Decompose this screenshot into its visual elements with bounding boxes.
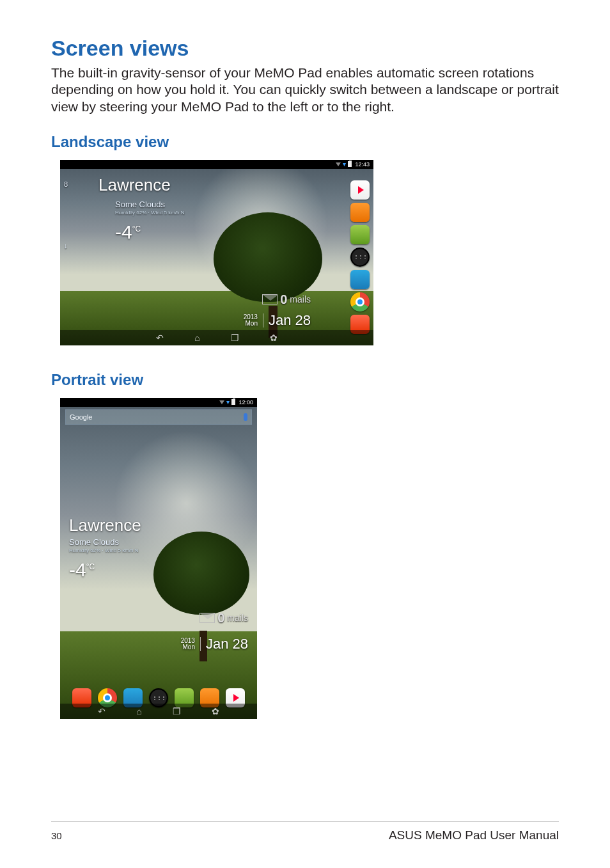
battery-icon [348, 161, 352, 167]
page-indicator-bottom: ↓ [64, 242, 68, 249]
date-monthday: Jan 28 [269, 312, 311, 329]
tablet-portrait: ▾ 12:00 Google Lawrence Some Clouds Humi… [60, 398, 257, 719]
tablet-landscape: ▾ 12:43 8 ↓ Lawrence Some Clouds Humidit… [60, 160, 373, 345]
date-widget[interactable]: 2013 Mon Jan 28 [181, 636, 248, 652]
status-time: 12:00 [239, 399, 253, 406]
sd-icon [219, 400, 224, 404]
quick-launch-column [349, 180, 371, 334]
mail-icon [199, 613, 215, 623]
page-footer: 30 ASUS MeMO Pad User Manual [51, 821, 559, 842]
page-indicator: 8 ↓ [64, 180, 68, 249]
mail-icon [262, 294, 278, 304]
wallpaper-tree [153, 532, 249, 615]
nav-home-icon[interactable]: ⌂ [194, 333, 199, 343]
wallpaper: Google Lawrence Some Clouds Humidity 62%… [60, 407, 257, 719]
weather-temperature: -4°C [115, 221, 141, 243]
weather-subline: Humidity 62% · Wind 5 km/h N [69, 548, 138, 553]
mail-widget[interactable]: 0 mails [262, 292, 311, 307]
date-dow: Mon [181, 644, 195, 651]
supernote-icon[interactable] [350, 225, 370, 244]
date-widget[interactable]: 2013 Mon Jan 28 [244, 312, 311, 329]
nav-bar: ↶ ⌂ ❐ ✿ [60, 704, 257, 719]
weather-subline: Humidity 62% · Wind 5 km/h N [115, 210, 184, 216]
battery-icon [231, 399, 235, 405]
mail-label: mails [290, 294, 311, 304]
status-bar: ▾ 12:43 [60, 160, 373, 169]
footer-title: ASUS MeMO Pad User Manual [389, 828, 559, 842]
weather-temp-value: -4 [69, 559, 86, 580]
weather-temp-unit: °C [132, 225, 141, 233]
landscape-heading: Landscape view [51, 133, 559, 151]
nav-back-icon[interactable]: ↶ [98, 706, 106, 716]
mail-widget[interactable]: 0 mails [199, 611, 248, 626]
audio-wizard-icon[interactable] [350, 203, 370, 222]
page-number: 30 [51, 830, 62, 841]
all-apps-icon[interactable] [350, 248, 370, 267]
wifi-icon: ▾ [226, 399, 230, 406]
wifi-icon: ▾ [343, 161, 346, 168]
weather-temperature: -4°C [69, 559, 95, 581]
date-separator [263, 313, 263, 327]
weather-temp-unit: °C [86, 562, 95, 571]
sd-icon [336, 162, 341, 166]
voice-search-icon[interactable] [244, 413, 247, 421]
nav-recent-icon[interactable]: ❐ [231, 333, 239, 343]
chrome-icon[interactable] [350, 292, 370, 312]
section-body: The built-in gravity-sensor of your MeMO… [51, 65, 559, 115]
search-placeholder: Google [70, 413, 92, 421]
wallpaper-tree [214, 212, 322, 302]
portrait-heading: Portrait view [51, 371, 559, 389]
weather-location[interactable]: Lawrence [98, 175, 171, 195]
nav-recent-icon[interactable]: ❐ [173, 706, 181, 716]
play-store-icon[interactable] [350, 180, 370, 200]
mail-count: 0 [280, 292, 287, 307]
nav-home-icon[interactable]: ⌂ [136, 706, 141, 716]
weather-location[interactable]: Lawrence [69, 516, 141, 535]
weather-temp-value: -4 [115, 221, 132, 242]
nav-back-icon[interactable]: ↶ [156, 333, 164, 343]
section-title: Screen views [51, 36, 559, 61]
date-dow: Mon [244, 320, 258, 327]
wallpaper: 8 ↓ Lawrence Some Clouds Humidity 62% · … [60, 169, 373, 345]
nav-screenshot-icon[interactable]: ✿ [270, 333, 278, 343]
nav-screenshot-icon[interactable]: ✿ [212, 706, 219, 716]
weather-condition: Some Clouds [115, 200, 165, 209]
mail-count: 0 [217, 611, 224, 626]
weather-condition: Some Clouds [69, 537, 119, 547]
page-indicator-top: 8 [64, 180, 68, 188]
gallery-icon[interactable] [350, 270, 370, 289]
search-bar[interactable]: Google [65, 409, 252, 425]
mail-label: mails [227, 613, 248, 623]
date-monthday: Jan 28 [206, 636, 248, 652]
status-bar: ▾ 12:00 [60, 398, 257, 407]
status-time: 12:43 [355, 161, 370, 168]
nav-bar: ↶ ⌂ ❐ ✿ [60, 330, 373, 345]
date-separator [200, 637, 201, 651]
